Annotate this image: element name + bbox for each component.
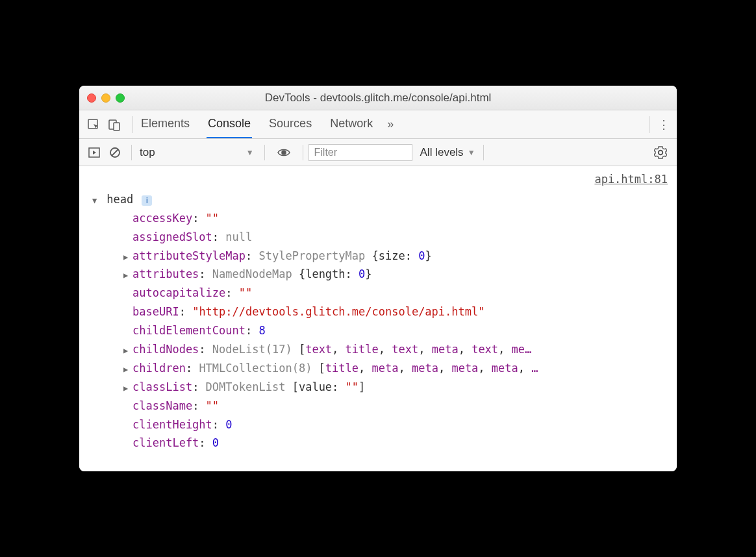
property-row[interactable]: accessKey: "" bbox=[92, 209, 677, 228]
close-button[interactable] bbox=[87, 93, 96, 103]
titlebar: DevTools - devtools.glitch.me/console/ap… bbox=[79, 86, 677, 110]
disclosure-triangle-icon[interactable] bbox=[123, 382, 131, 395]
tab-sources[interactable]: Sources bbox=[268, 110, 313, 138]
property-row[interactable]: assignedSlot: null bbox=[92, 228, 677, 247]
property-row[interactable]: children: HTMLCollection(8) [title, meta… bbox=[92, 359, 677, 378]
property-key: className bbox=[132, 399, 192, 412]
inspect-icon[interactable] bbox=[84, 116, 103, 134]
disclosure-triangle-icon[interactable] bbox=[123, 251, 131, 264]
property-key: clientLeft bbox=[132, 436, 199, 449]
info-badge-icon[interactable]: i bbox=[142, 195, 152, 206]
property-row[interactable]: clientLeft: 0 bbox=[92, 434, 677, 452]
property-key: childNodes bbox=[132, 343, 199, 356]
property-key: baseURI bbox=[132, 305, 179, 318]
logged-object: head i accessKey: ""assignedSlot: nullat… bbox=[79, 190, 677, 452]
svg-point-7 bbox=[659, 151, 662, 155]
chevron-down-icon: ▼ bbox=[468, 148, 475, 157]
disclosure-triangle-icon[interactable] bbox=[123, 344, 131, 357]
toggle-sidebar-icon[interactable] bbox=[84, 143, 104, 162]
property-row[interactable]: childNodes: NodeList(17) [text, title, t… bbox=[92, 340, 677, 359]
property-key: children bbox=[132, 362, 186, 375]
chevron-down-icon: ▼ bbox=[246, 148, 254, 157]
property-key: autocapitalize bbox=[132, 286, 225, 299]
maximize-button[interactable] bbox=[116, 93, 125, 103]
disclosure-triangle-icon[interactable] bbox=[123, 363, 131, 376]
disclosure-triangle-icon[interactable] bbox=[92, 194, 100, 207]
minimize-button[interactable] bbox=[101, 93, 110, 103]
clear-console-icon[interactable] bbox=[105, 143, 125, 162]
filter-input[interactable] bbox=[309, 144, 412, 161]
property-key: childElementCount bbox=[132, 324, 246, 337]
divider bbox=[649, 116, 649, 133]
property-row[interactable]: baseURI: "http://devtools.glitch.me/cons… bbox=[92, 303, 677, 321]
tabs-overflow-icon[interactable]: » bbox=[387, 118, 394, 131]
device-toggle-icon[interactable] bbox=[105, 116, 123, 134]
console-toolbar: top ▼ All levels ▼ bbox=[79, 139, 677, 166]
divider bbox=[131, 145, 132, 160]
traffic-lights bbox=[87, 93, 125, 103]
divider bbox=[264, 145, 265, 160]
tab-console[interactable]: Console bbox=[207, 110, 252, 138]
property-key: accessKey bbox=[132, 212, 192, 225]
live-expression-icon[interactable] bbox=[274, 143, 294, 162]
divider bbox=[132, 116, 133, 133]
tab-elements[interactable]: Elements bbox=[140, 110, 191, 138]
property-row[interactable]: attributeStyleMap: StylePropertyMap {siz… bbox=[92, 247, 677, 266]
object-name[interactable]: head bbox=[107, 193, 133, 206]
disclosure-triangle-icon[interactable] bbox=[123, 269, 131, 282]
property-key: attributeStyleMap bbox=[132, 249, 246, 262]
divider bbox=[483, 145, 484, 160]
devtools-window: DevTools - devtools.glitch.me/console/ap… bbox=[79, 86, 677, 471]
svg-line-5 bbox=[112, 149, 118, 156]
property-key: classList bbox=[132, 380, 192, 393]
context-select-value: top bbox=[140, 146, 155, 159]
settings-gear-icon[interactable] bbox=[651, 143, 670, 162]
property-row[interactable]: classList: DOMTokenList [value: ""] bbox=[92, 378, 677, 397]
panel-tabs: Elements Console Sources Network bbox=[140, 110, 374, 138]
property-row[interactable]: attributes: NamedNodeMap {length: 0} bbox=[92, 265, 677, 284]
source-link[interactable]: api.html:81 bbox=[79, 170, 677, 190]
property-row[interactable]: className: "" bbox=[92, 397, 677, 415]
svg-point-6 bbox=[282, 151, 286, 155]
property-key: attributes bbox=[132, 267, 199, 280]
property-row[interactable]: autocapitalize: "" bbox=[92, 284, 677, 303]
property-row[interactable]: childElementCount: 8 bbox=[92, 321, 677, 340]
console-output: api.html:81 head i accessKey: ""assigned… bbox=[79, 166, 677, 471]
svg-rect-2 bbox=[114, 123, 120, 130]
divider bbox=[303, 145, 303, 160]
log-levels-select[interactable]: All levels ▼ bbox=[420, 146, 475, 159]
kebab-menu-icon[interactable]: ⋮ bbox=[656, 118, 672, 132]
property-key: assignedSlot bbox=[132, 230, 212, 243]
log-levels-label: All levels bbox=[420, 146, 464, 159]
tab-network[interactable]: Network bbox=[329, 110, 374, 138]
property-row[interactable]: clientHeight: 0 bbox=[92, 415, 677, 434]
window-title: DevTools - devtools.glitch.me/console/ap… bbox=[265, 92, 492, 105]
tab-bar: Elements Console Sources Network » ⋮ bbox=[79, 110, 677, 139]
property-key: clientHeight bbox=[132, 418, 212, 431]
context-select[interactable]: top ▼ bbox=[137, 146, 259, 159]
